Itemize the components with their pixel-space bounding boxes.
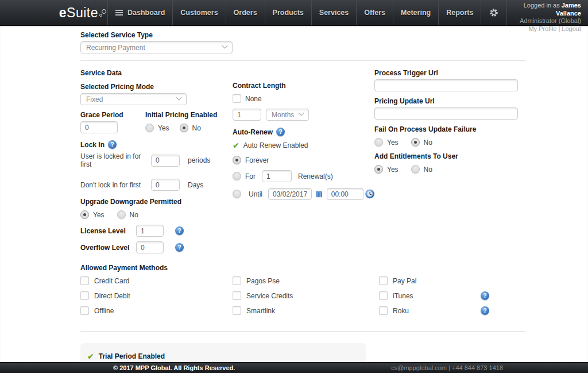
nav-item-dashboard[interactable]: Dashboard <box>107 0 172 25</box>
upgrade-yes-label[interactable]: Yes <box>93 211 105 219</box>
nav-item-services[interactable]: Services <box>311 0 356 25</box>
nav-item-reports[interactable]: Reports <box>438 0 481 25</box>
upgrade-downgrade-label: Upgrade Downgrade Permitted <box>80 198 233 206</box>
license-level-help-icon[interactable] <box>175 226 184 235</box>
renewals-input[interactable] <box>262 170 292 182</box>
trial-enabled-check-icon[interactable]: ✔ <box>87 352 94 361</box>
auto-renew-forever-label[interactable]: Forever <box>245 156 269 164</box>
smartlink-label[interactable]: Smartlink <box>246 307 275 315</box>
nav-item-offers[interactable]: Offers <box>356 0 393 25</box>
until-date-input[interactable] <box>268 188 312 200</box>
initial-pricing-yes-label[interactable]: Yes <box>158 124 169 132</box>
process-trigger-url-label: Process Trigger Url <box>374 69 526 77</box>
auto-renew-help-icon[interactable] <box>276 128 285 136</box>
clock-icon[interactable] <box>365 189 374 199</box>
initial-pricing-yes-radio[interactable] <box>145 124 154 132</box>
offline-checkbox[interactable] <box>80 306 89 315</box>
logo-bubble-small-icon <box>99 14 102 17</box>
auto-renew-for-radio[interactable] <box>233 172 241 180</box>
itunes-help-icon[interactable] <box>481 291 489 300</box>
add-entitlements-no-label[interactable]: No <box>424 166 432 174</box>
pay-pal-checkbox[interactable] <box>379 276 388 285</box>
calendar-icon[interactable] <box>315 190 323 199</box>
add-entitlements-no-radio[interactable] <box>411 165 420 174</box>
nav-item-products[interactable]: Products <box>265 0 311 25</box>
auto-renew-for-label[interactable]: For <box>245 172 262 180</box>
fail-on-update-yes-radio[interactable] <box>374 138 383 147</box>
payment-method-roku: Roku <box>379 306 489 315</box>
logo[interactable]: eSuite <box>0 0 107 25</box>
direct-debit-checkbox[interactable] <box>80 291 89 300</box>
until-time-input[interactable] <box>327 188 363 200</box>
initial-pricing-no-radio[interactable] <box>180 124 188 132</box>
fail-on-update-yes-label[interactable]: Yes <box>387 139 399 147</box>
overflow-level-input[interactable] <box>136 241 164 253</box>
roku-help-icon[interactable] <box>481 306 489 315</box>
auto-renew-enabled-label[interactable]: Auto Renew Enabled <box>243 141 308 149</box>
lock-in-periods-input[interactable] <box>151 155 180 167</box>
logout-link[interactable]: Logout <box>562 25 581 32</box>
upgrade-yes-radio[interactable] <box>80 210 89 219</box>
upgrade-no-radio[interactable] <box>117 210 126 219</box>
roku-checkbox[interactable] <box>379 306 388 315</box>
fail-on-update-no-radio[interactable] <box>411 138 420 147</box>
smartlink-checkbox[interactable] <box>233 306 241 315</box>
contract-none-label[interactable]: None <box>245 95 262 103</box>
trial-enabled-label[interactable]: Trial Period Enabled <box>99 352 165 360</box>
pricing-mode-select[interactable]: Fixed <box>80 93 187 105</box>
auto-renew-check-icon[interactable]: ✔ <box>233 141 239 150</box>
nav-item-metering[interactable]: Metering <box>393 0 438 25</box>
add-entitlements-yes-label[interactable]: Yes <box>387 166 399 174</box>
grace-period-input[interactable] <box>80 121 118 133</box>
nav-item-customers[interactable]: Customers <box>172 0 225 25</box>
license-level-input[interactable] <box>136 225 164 237</box>
auto-renew-until-radio[interactable] <box>233 190 241 198</box>
service-type-select[interactable]: Recurring Payment <box>80 41 233 53</box>
service-type-field: Selected Service Type Recurring Payment <box>80 31 526 53</box>
fail-on-update-no-label[interactable]: No <box>424 139 432 147</box>
process-trigger-url-input[interactable] <box>374 79 518 91</box>
nav-label-services: Services <box>319 9 349 17</box>
contract-none-checkbox[interactable] <box>233 94 241 103</box>
pagos-pse-checkbox[interactable] <box>233 276 241 285</box>
add-entitlements-yes-radio[interactable] <box>374 165 383 174</box>
license-level-label: License Level <box>80 227 136 235</box>
service-type-value: Recurring Payment <box>86 44 145 52</box>
credit-card-checkbox[interactable] <box>80 276 89 285</box>
service-credits-checkbox[interactable] <box>233 291 241 300</box>
nav-item-settings[interactable] <box>481 0 507 25</box>
pricing-update-url-input[interactable] <box>374 107 518 120</box>
right-column: Process Trigger Url Pricing Update Url F… <box>374 69 526 253</box>
user-info: Logged in as James Vallance Administrato… <box>507 0 588 25</box>
service-credits-label[interactable]: Service Credits <box>246 292 293 300</box>
lock-in-days-input[interactable] <box>151 179 180 191</box>
lock-in-help-icon[interactable] <box>108 140 117 149</box>
payment-method-direct-debit: Direct Debit <box>80 291 191 300</box>
overflow-level-help-icon[interactable] <box>175 243 184 252</box>
itunes-label[interactable]: iTunes <box>393 292 413 300</box>
section-divider <box>80 60 526 61</box>
contact-text: cs@mppglobal.com | +44 844 873 1418 <box>391 364 503 371</box>
user-role: Administrator (Global) <box>507 17 581 25</box>
contract-length-input[interactable] <box>233 109 261 121</box>
direct-debit-label[interactable]: Direct Debit <box>94 292 130 300</box>
upgrade-no-label[interactable]: No <box>130 211 138 219</box>
itunes-checkbox[interactable] <box>379 291 388 300</box>
contract-unit-select[interactable]: Months <box>266 109 309 121</box>
nav-item-orders[interactable]: Orders <box>226 0 265 25</box>
initial-pricing-no-label[interactable]: No <box>192 124 201 132</box>
auto-renew-until-label[interactable]: Until <box>249 190 262 198</box>
roku-label[interactable]: Roku <box>393 307 409 315</box>
offline-label[interactable]: Offline <box>94 307 114 315</box>
service-data-title: Service Data <box>80 69 233 77</box>
credit-card-label[interactable]: Credit Card <box>94 277 129 285</box>
lock-in-label: Lock In <box>80 141 105 149</box>
grace-period-field: Grace Period <box>80 111 145 133</box>
my-profile-link[interactable]: My Profile <box>528 25 556 32</box>
auto-renew-forever-radio[interactable] <box>233 156 241 164</box>
pagos-pse-label[interactable]: Pagos Pse <box>246 277 280 285</box>
renewals-suffix: Renewal(s) <box>298 172 333 180</box>
pay-pal-label[interactable]: Pay Pal <box>393 277 416 285</box>
service-form: Selected Service Type Recurring Payment … <box>0 26 588 373</box>
lock-in-days-suffix: Days <box>188 181 203 189</box>
